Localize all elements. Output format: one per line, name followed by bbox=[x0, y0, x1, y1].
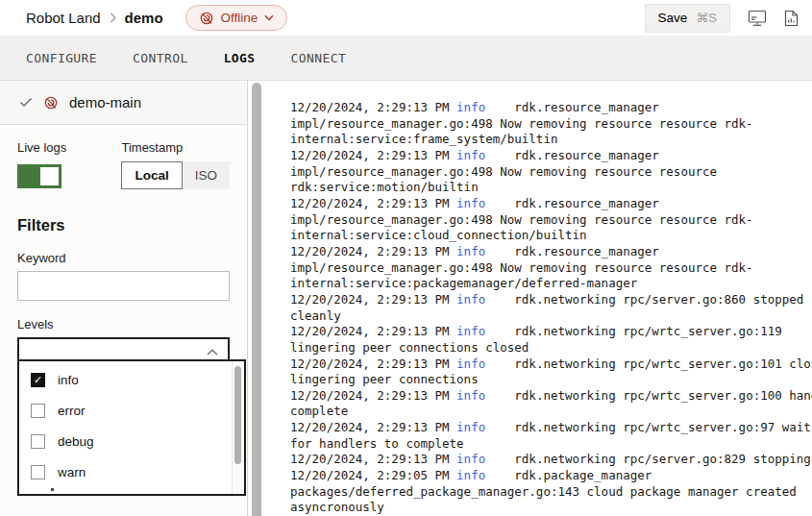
app-window: Robot Land demo Offline bbox=[0, 0, 812, 516]
tab-control[interactable]: CONTROL bbox=[133, 51, 188, 65]
log-entry: 12/20/2024, 2:29:13 PM info rdk.networki… bbox=[290, 324, 812, 356]
log-panel: 12/20/2024, 2:29:13 PM info rdk.resource… bbox=[266, 81, 812, 516]
level-option-error[interactable]: error bbox=[19, 395, 244, 426]
log-timestamp: 12/20/2024, 2:29:13 PM bbox=[290, 148, 456, 162]
live-logs-toggle[interactable] bbox=[17, 164, 62, 188]
machine-part-name: demo-main bbox=[69, 94, 141, 111]
log-message: rdk.networking rpc/server.go:829 stoppin… bbox=[485, 452, 811, 466]
toggle-knob bbox=[40, 167, 59, 185]
checkbox-unchecked[interactable] bbox=[31, 465, 45, 479]
dropdown-scrollbar-track[interactable] bbox=[232, 361, 244, 494]
chevron-up-icon bbox=[207, 349, 218, 356]
chevron-right-icon bbox=[110, 12, 116, 23]
levels-dropdown-list: ✓infoerrordebugwarn bbox=[19, 361, 244, 487]
main-scrollbar[interactable] bbox=[248, 81, 266, 516]
status-badge-label: Offline bbox=[221, 11, 258, 25]
level-option-label: debug bbox=[58, 434, 94, 449]
log-timestamp: 12/20/2024, 2:29:13 PM bbox=[290, 244, 456, 258]
log-list: 12/20/2024, 2:29:13 PM info rdk.resource… bbox=[290, 100, 812, 516]
checkbox-checked[interactable]: ✓ bbox=[31, 373, 45, 387]
save-shortcut: ⌘S bbox=[696, 11, 717, 25]
log-level: info bbox=[456, 196, 485, 210]
chevron-down-icon bbox=[264, 14, 274, 21]
log-entry: 12/20/2024, 2:29:13 PM info rdk.networki… bbox=[290, 292, 812, 324]
log-report-icon[interactable] bbox=[784, 10, 799, 27]
log-entry: 12/20/2024, 2:29:13 PM info rdk.resource… bbox=[290, 100, 812, 148]
save-button[interactable]: Save ⌘S bbox=[645, 4, 730, 33]
main-scrollbar-thumb[interactable] bbox=[252, 83, 261, 516]
tab-configure[interactable]: CONFIGURE bbox=[26, 51, 97, 65]
machine-part-row[interactable]: demo-main bbox=[0, 81, 247, 125]
breadcrumb-machine[interactable]: demo bbox=[125, 10, 163, 26]
log-controls: Live logs Timestamp Local ISO bbox=[0, 125, 247, 189]
log-level: info bbox=[456, 356, 485, 371]
header-actions: Save ⌘S bbox=[645, 4, 799, 33]
log-level: info bbox=[456, 420, 485, 434]
log-entry: 12/20/2024, 2:29:13 PM info rdk.networki… bbox=[290, 356, 812, 388]
levels-label: Levels bbox=[17, 317, 230, 332]
machine-monitor-icon[interactable] bbox=[748, 10, 767, 27]
log-timestamp: 12/20/2024, 2:29:05 PM bbox=[290, 468, 456, 482]
log-timestamp: 12/20/2024, 2:29:13 PM bbox=[290, 196, 456, 210]
log-timestamp: 12/20/2024, 2:29:13 PM bbox=[290, 100, 456, 114]
check-icon bbox=[19, 97, 33, 108]
log-timestamp: 12/20/2024, 2:29:13 PM bbox=[290, 292, 456, 307]
breadcrumb-org[interactable]: Robot Land bbox=[26, 10, 101, 26]
timestamp-segmented-control: Local ISO bbox=[121, 161, 230, 189]
levels-dropdown: ✓infoerrordebugwarn bbox=[17, 359, 246, 496]
level-option-info[interactable]: ✓info bbox=[19, 364, 244, 395]
dropdown-scrollbar-thumb[interactable] bbox=[234, 366, 241, 464]
log-entry: 12/20/2024, 2:29:13 PM info rdk.resource… bbox=[290, 244, 812, 292]
level-option-warn[interactable]: warn bbox=[19, 456, 244, 487]
keyword-input[interactable] bbox=[17, 271, 230, 301]
log-level: info bbox=[456, 244, 485, 258]
log-level: info bbox=[456, 452, 485, 466]
level-option-label: error bbox=[58, 404, 86, 418]
log-level: info bbox=[456, 148, 485, 162]
log-timestamp: 12/20/2024, 2:29:13 PM bbox=[290, 420, 456, 434]
partial-next-option bbox=[51, 488, 54, 491]
log-timestamp: 12/20/2024, 2:29:13 PM bbox=[290, 388, 456, 403]
log-entry: 12/20/2024, 2:29:13 PM info rdk.networki… bbox=[290, 388, 812, 420]
log-level: info bbox=[456, 292, 485, 307]
log-level: info bbox=[456, 388, 485, 403]
log-entry: 12/20/2024, 2:29:13 PM info rdk.resource… bbox=[290, 196, 812, 244]
level-option-label: warn bbox=[58, 465, 86, 479]
timestamp-option-iso[interactable]: ISO bbox=[183, 161, 230, 189]
log-level: info bbox=[456, 100, 485, 114]
log-entry: 12/20/2024, 2:29:05 PM info rdk.package_… bbox=[290, 468, 812, 516]
filters-title: Filters bbox=[17, 216, 230, 234]
timestamp-option-local[interactable]: Local bbox=[121, 161, 182, 189]
live-logs-label: Live logs bbox=[17, 140, 121, 155]
checkbox-unchecked[interactable] bbox=[31, 404, 45, 418]
timestamp-label: Timestamp bbox=[121, 140, 230, 155]
log-entry: 12/20/2024, 2:29:13 PM info rdk.networki… bbox=[290, 420, 812, 452]
log-level: info bbox=[456, 468, 485, 482]
sidebar: demo-main Live logs Timestamp Local ISO bbox=[0, 81, 248, 516]
tab-connect[interactable]: CONNECT bbox=[291, 51, 347, 65]
filters-section: Filters Keyword Levels bbox=[0, 216, 247, 367]
header: Robot Land demo Offline bbox=[0, 0, 812, 36]
part-offline-icon bbox=[43, 95, 59, 111]
offline-icon bbox=[199, 11, 214, 26]
log-timestamp: 12/20/2024, 2:29:13 PM bbox=[290, 452, 456, 466]
tab-logs[interactable]: LOGS bbox=[224, 51, 256, 65]
log-timestamp: 12/20/2024, 2:29:13 PM bbox=[290, 356, 456, 371]
level-option-label: info bbox=[58, 373, 79, 387]
log-level: info bbox=[456, 324, 485, 338]
checkbox-unchecked[interactable] bbox=[31, 434, 45, 449]
log-timestamp: 12/20/2024, 2:29:13 PM bbox=[290, 324, 456, 338]
status-badge[interactable]: Offline bbox=[185, 5, 288, 31]
content-area: demo-main Live logs Timestamp Local ISO bbox=[0, 81, 812, 516]
tab-bar: CONFIGURECONTROLLOGSCONNECT bbox=[0, 36, 812, 81]
breadcrumb: Robot Land demo Offline bbox=[26, 5, 287, 31]
log-entry: 12/20/2024, 2:29:13 PM info rdk.networki… bbox=[290, 452, 812, 468]
keyword-label: Keyword bbox=[17, 251, 230, 265]
log-entry: 12/20/2024, 2:29:13 PM info rdk.resource… bbox=[290, 148, 812, 196]
level-option-debug[interactable]: debug bbox=[19, 426, 244, 456]
save-button-label: Save bbox=[658, 11, 688, 25]
